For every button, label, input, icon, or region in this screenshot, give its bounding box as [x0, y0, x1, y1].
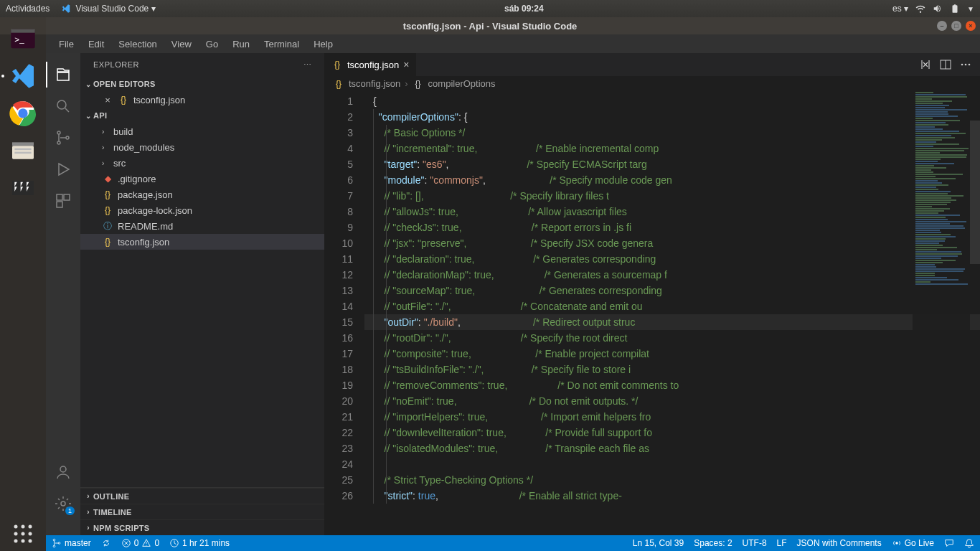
status-go-live[interactable]: Go Live	[892, 538, 934, 548]
tree-label: build	[113, 126, 133, 137]
window-minimize-button[interactable]: –	[937, 21, 947, 31]
tab-label: tsconfig.json	[347, 60, 399, 70]
system-chevron-down-icon[interactable]: ▼	[967, 5, 974, 13]
menu-terminal[interactable]: Terminal	[258, 37, 305, 51]
menu-edit[interactable]: Edit	[83, 37, 110, 51]
close-icon[interactable]: ×	[102, 95, 113, 105]
dock-terminal[interactable]: >_	[6, 22, 40, 56]
status-feedback[interactable]	[944, 538, 954, 548]
file-item[interactable]: ◆.gitignore	[80, 171, 324, 187]
open-editor-item[interactable]: × {} tsconfig.json	[80, 92, 324, 108]
lang-indicator[interactable]: es ▾	[892, 4, 908, 14]
status-language[interactable]: JSON with Comments	[797, 538, 882, 548]
more-icon[interactable]	[960, 59, 971, 70]
window-maximize-button[interactable]: □	[951, 21, 961, 31]
open-editor-label: tsconfig.json	[133, 95, 185, 105]
status-notifications[interactable]	[964, 538, 974, 548]
status-cursor-position[interactable]: Ln 15, Col 39	[633, 538, 684, 548]
system-top-bar: Actividades Visual Studio Code ▾ sáb 09:…	[0, 0, 980, 17]
menu-go[interactable]: Go	[200, 37, 224, 51]
window-close-button[interactable]: ×	[966, 21, 976, 31]
section-workspace[interactable]: ⌄API	[80, 108, 324, 123]
menu-help[interactable]: Help	[308, 37, 339, 51]
menu-selection[interactable]: Selection	[113, 37, 162, 51]
svg-point-32	[53, 539, 55, 541]
tree-label: node_modules	[113, 142, 174, 153]
breadcrumb[interactable]: {} tsconfig.json › {} compilerOptions	[324, 76, 980, 92]
activity-settings[interactable]: 1	[46, 488, 80, 519]
json-icon: {}	[102, 189, 113, 200]
file-item[interactable]: {}tsconfig.json	[80, 234, 324, 250]
system-clock[interactable]: sáb 09:24	[156, 4, 893, 14]
svg-point-15	[29, 532, 32, 536]
app-menu[interactable]: Visual Studio Code ▾	[61, 4, 155, 14]
volume-icon[interactable]	[933, 4, 943, 14]
editor-tab[interactable]: {} tsconfig.json ×	[324, 53, 417, 76]
activity-explorer[interactable]	[46, 59, 80, 90]
menu-run[interactable]: Run	[227, 37, 255, 51]
minimap[interactable]	[913, 92, 970, 519]
svg-rect-25	[57, 202, 62, 207]
folder-item[interactable]: ›node_modules	[80, 139, 324, 155]
chevron-right-icon: ›	[102, 143, 109, 151]
tree-label: src	[113, 158, 126, 169]
battery-icon[interactable]	[950, 4, 960, 14]
status-encoding[interactable]: UTF-8	[743, 538, 767, 548]
dock-vscode[interactable]	[6, 59, 40, 93]
svg-point-26	[60, 466, 66, 472]
breadcrumb-file[interactable]: tsconfig.json	[349, 78, 400, 89]
section-timeline[interactable]: ›TIMELINE	[80, 504, 324, 519]
activity-search[interactable]	[46, 90, 80, 122]
braces-icon: {}	[413, 78, 424, 90]
activity-accounts[interactable]	[46, 456, 80, 488]
breadcrumb-symbol[interactable]: compilerOptions	[428, 78, 496, 89]
git-icon: ◆	[102, 173, 113, 184]
explorer-more-icon[interactable]: ⋯	[303, 60, 312, 70]
scrollbar-thumb[interactable]	[970, 121, 980, 264]
dock-chrome[interactable]	[6, 96, 40, 131]
status-branch[interactable]: master	[52, 538, 91, 548]
code-content[interactable]: { "compilerOptions": { /* Basic Options …	[364, 92, 980, 535]
ubuntu-dock: >_	[0, 17, 46, 551]
status-problems[interactable]: 0 0	[121, 538, 159, 548]
activities-label[interactable]: Actividades	[6, 4, 50, 14]
svg-point-12	[29, 525, 32, 529]
json-icon: {}	[102, 236, 113, 248]
dock-video-editor[interactable]	[6, 171, 40, 205]
split-editor-icon[interactable]	[940, 59, 951, 70]
folder-item[interactable]: ›src	[80, 155, 324, 171]
dock-apps-grid[interactable]	[6, 517, 40, 551]
svg-point-17	[22, 540, 25, 543]
section-npm-scripts[interactable]: ›NPM SCRIPTS	[80, 519, 324, 535]
editor-tabs: {} tsconfig.json ×	[324, 53, 980, 76]
editor-group: {} tsconfig.json × {} tsconfig.json › {}…	[324, 53, 980, 535]
status-eol[interactable]: LF	[777, 538, 787, 548]
tree-label: tsconfig.json	[118, 237, 169, 248]
file-item[interactable]: ⓘREADME.md	[80, 218, 324, 234]
file-item[interactable]: {}package-lock.json	[80, 202, 324, 218]
activity-debug[interactable]	[46, 154, 80, 185]
svg-point-29	[961, 64, 963, 66]
dock-files[interactable]	[6, 133, 40, 168]
file-item[interactable]: {}package.json	[80, 187, 324, 202]
compare-icon[interactable]	[920, 59, 931, 70]
status-time[interactable]: 1 hr 21 mins	[169, 538, 230, 548]
code-editor[interactable]: 1234567891011121314151617181920212223242…	[324, 92, 980, 535]
status-bar: master 0 0 1 hr 21 mins Ln 15, Col 39 Sp…	[46, 535, 980, 551]
svg-point-37	[895, 542, 898, 545]
tree-label: package.json	[118, 189, 173, 200]
activity-bar: 1	[46, 53, 80, 535]
folder-item[interactable]: ›build	[80, 123, 324, 139]
activity-extensions[interactable]	[46, 185, 80, 217]
menu-file[interactable]: File	[53, 37, 80, 51]
vertical-scrollbar[interactable]	[970, 92, 980, 519]
section-outline[interactable]: ›OUTLINE	[80, 488, 324, 504]
section-open-editors[interactable]: ⌄OPEN EDITORS	[80, 76, 324, 92]
wifi-icon[interactable]	[915, 4, 925, 14]
chevron-right-icon: ›	[102, 128, 109, 136]
menu-view[interactable]: View	[166, 37, 197, 51]
close-icon[interactable]: ×	[403, 59, 409, 70]
status-sync[interactable]	[101, 538, 111, 548]
activity-source-control[interactable]	[46, 122, 80, 154]
status-indentation[interactable]: Spaces: 2	[694, 538, 732, 548]
